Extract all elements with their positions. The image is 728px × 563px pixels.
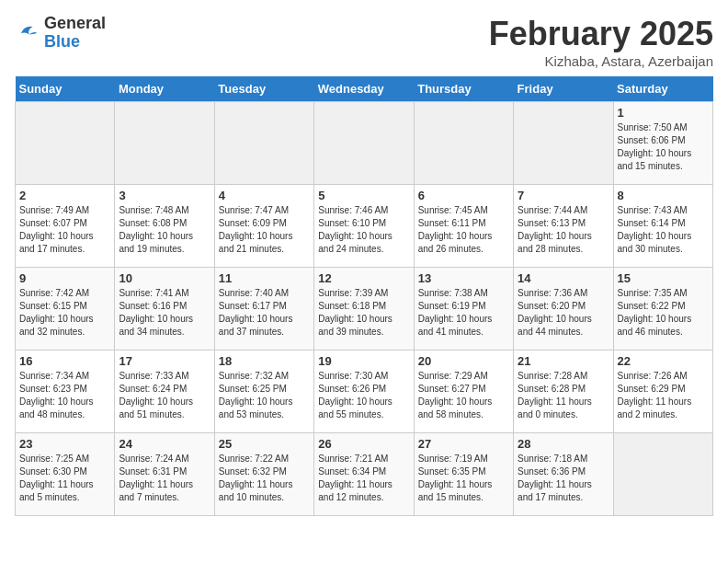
day-number: 3 (119, 189, 210, 202)
calendar-cell: 10Sunrise: 7:41 AM Sunset: 6:16 PM Dayli… (115, 268, 214, 350)
calendar-cell: 15Sunrise: 7:35 AM Sunset: 6:22 PM Dayli… (613, 268, 712, 350)
calendar-cell: 28Sunrise: 7:18 AM Sunset: 6:36 PM Dayli… (514, 433, 613, 516)
calendar-cell (214, 102, 313, 185)
day-number: 19 (318, 354, 409, 368)
day-info: Sunrise: 7:30 AM Sunset: 6:26 PM Dayligh… (318, 370, 409, 421)
title-section: February 2025 Kizhaba, Astara, Azerbaija… (489, 15, 713, 69)
day-info: Sunrise: 7:46 AM Sunset: 6:10 PM Dayligh… (318, 204, 409, 256)
month-title: February 2025 (489, 15, 713, 53)
day-info: Sunrise: 7:42 AM Sunset: 6:15 PM Dayligh… (19, 287, 110, 339)
calendar-cell (115, 102, 214, 185)
day-number: 6 (418, 189, 509, 202)
day-number: 20 (418, 354, 509, 368)
location-subtitle: Kizhaba, Astara, Azerbaijan (489, 53, 713, 69)
day-info: Sunrise: 7:48 AM Sunset: 6:08 PM Dayligh… (119, 204, 210, 256)
weekday-header-saturday: Saturday (613, 76, 712, 102)
calendar-cell: 9Sunrise: 7:42 AM Sunset: 6:15 PM Daylig… (16, 268, 115, 350)
logo-text: General Blue (44, 15, 106, 52)
calendar-cell (414, 102, 513, 185)
calendar-cell (613, 433, 712, 516)
day-info: Sunrise: 7:21 AM Sunset: 6:34 PM Dayligh… (318, 453, 409, 504)
calendar-cell: 4Sunrise: 7:47 AM Sunset: 6:09 PM Daylig… (214, 185, 313, 268)
logo: General Blue (15, 15, 106, 52)
calendar-cell: 18Sunrise: 7:32 AM Sunset: 6:25 PM Dayli… (214, 350, 313, 433)
calendar-week-row: 23Sunrise: 7:25 AM Sunset: 6:30 PM Dayli… (16, 433, 713, 516)
day-info: Sunrise: 7:38 AM Sunset: 6:19 PM Dayligh… (418, 287, 509, 339)
day-info: Sunrise: 7:44 AM Sunset: 6:13 PM Dayligh… (518, 204, 609, 256)
day-info: Sunrise: 7:39 AM Sunset: 6:18 PM Dayligh… (318, 287, 409, 339)
calendar-cell (314, 102, 414, 185)
calendar-week-row: 1Sunrise: 7:50 AM Sunset: 6:06 PM Daylig… (16, 102, 713, 185)
calendar-cell: 25Sunrise: 7:22 AM Sunset: 6:32 PM Dayli… (214, 433, 313, 516)
calendar-cell: 2Sunrise: 7:49 AM Sunset: 6:07 PM Daylig… (16, 185, 115, 268)
calendar-cell: 23Sunrise: 7:25 AM Sunset: 6:30 PM Dayli… (16, 433, 115, 516)
calendar-cell: 16Sunrise: 7:34 AM Sunset: 6:23 PM Dayli… (16, 350, 115, 433)
calendar-cell: 5Sunrise: 7:46 AM Sunset: 6:10 PM Daylig… (314, 185, 414, 268)
weekday-header-tuesday: Tuesday (214, 76, 313, 102)
calendar-cell: 27Sunrise: 7:19 AM Sunset: 6:35 PM Dayli… (414, 433, 513, 516)
day-number: 4 (219, 189, 310, 202)
day-info: Sunrise: 7:47 AM Sunset: 6:09 PM Dayligh… (219, 204, 310, 256)
day-number: 8 (618, 189, 709, 202)
day-number: 18 (219, 354, 310, 368)
day-number: 10 (119, 271, 210, 285)
calendar-table: SundayMondayTuesdayWednesdayThursdayFrid… (15, 76, 713, 516)
day-number: 27 (418, 437, 509, 451)
calendar-week-row: 9Sunrise: 7:42 AM Sunset: 6:15 PM Daylig… (16, 268, 713, 350)
logo-icon (15, 20, 40, 46)
day-info: Sunrise: 7:19 AM Sunset: 6:35 PM Dayligh… (418, 453, 509, 504)
day-number: 24 (119, 437, 210, 451)
day-number: 17 (119, 354, 210, 368)
day-info: Sunrise: 7:49 AM Sunset: 6:07 PM Dayligh… (19, 204, 110, 256)
calendar-week-row: 2Sunrise: 7:49 AM Sunset: 6:07 PM Daylig… (16, 185, 713, 268)
day-number: 12 (318, 271, 409, 285)
calendar-cell: 1Sunrise: 7:50 AM Sunset: 6:06 PM Daylig… (613, 102, 712, 185)
calendar-cell: 24Sunrise: 7:24 AM Sunset: 6:31 PM Dayli… (115, 433, 214, 516)
day-number: 1 (618, 106, 709, 120)
day-number: 9 (19, 271, 110, 285)
day-number: 26 (318, 437, 409, 451)
calendar-week-row: 16Sunrise: 7:34 AM Sunset: 6:23 PM Dayli… (16, 350, 713, 433)
calendar-cell: 20Sunrise: 7:29 AM Sunset: 6:27 PM Dayli… (414, 350, 513, 433)
day-number: 13 (418, 271, 509, 285)
weekday-header-thursday: Thursday (414, 76, 513, 102)
day-info: Sunrise: 7:28 AM Sunset: 6:28 PM Dayligh… (518, 370, 609, 421)
day-number: 15 (618, 271, 709, 285)
calendar-cell: 26Sunrise: 7:21 AM Sunset: 6:34 PM Dayli… (314, 433, 414, 516)
calendar-cell: 8Sunrise: 7:43 AM Sunset: 6:14 PM Daylig… (613, 185, 712, 268)
weekday-header-friday: Friday (514, 76, 613, 102)
day-info: Sunrise: 7:40 AM Sunset: 6:17 PM Dayligh… (219, 287, 310, 339)
day-number: 16 (19, 354, 110, 368)
day-number: 5 (318, 189, 409, 202)
day-number: 28 (518, 437, 609, 451)
day-number: 22 (618, 354, 709, 368)
day-info: Sunrise: 7:29 AM Sunset: 6:27 PM Dayligh… (418, 370, 509, 421)
calendar-cell: 13Sunrise: 7:38 AM Sunset: 6:19 PM Dayli… (414, 268, 513, 350)
day-info: Sunrise: 7:18 AM Sunset: 6:36 PM Dayligh… (518, 453, 609, 504)
day-info: Sunrise: 7:32 AM Sunset: 6:25 PM Dayligh… (219, 370, 310, 421)
day-info: Sunrise: 7:25 AM Sunset: 6:30 PM Dayligh… (19, 453, 110, 504)
calendar-cell: 3Sunrise: 7:48 AM Sunset: 6:08 PM Daylig… (115, 185, 214, 268)
calendar-cell: 6Sunrise: 7:45 AM Sunset: 6:11 PM Daylig… (414, 185, 513, 268)
day-info: Sunrise: 7:50 AM Sunset: 6:06 PM Dayligh… (618, 121, 709, 173)
weekday-header-monday: Monday (115, 76, 214, 102)
day-info: Sunrise: 7:41 AM Sunset: 6:16 PM Dayligh… (119, 287, 210, 339)
day-number: 14 (518, 271, 609, 285)
calendar-cell: 7Sunrise: 7:44 AM Sunset: 6:13 PM Daylig… (514, 185, 613, 268)
weekday-header-sunday: Sunday (16, 76, 115, 102)
calendar-cell: 11Sunrise: 7:40 AM Sunset: 6:17 PM Dayli… (214, 268, 313, 350)
calendar-header-row: SundayMondayTuesdayWednesdayThursdayFrid… (16, 76, 713, 102)
day-info: Sunrise: 7:43 AM Sunset: 6:14 PM Dayligh… (618, 204, 709, 256)
calendar-cell: 14Sunrise: 7:36 AM Sunset: 6:20 PM Dayli… (514, 268, 613, 350)
day-info: Sunrise: 7:22 AM Sunset: 6:32 PM Dayligh… (219, 453, 310, 504)
calendar-cell (514, 102, 613, 185)
day-info: Sunrise: 7:36 AM Sunset: 6:20 PM Dayligh… (518, 287, 609, 339)
day-info: Sunrise: 7:24 AM Sunset: 6:31 PM Dayligh… (119, 453, 210, 504)
calendar-cell: 17Sunrise: 7:33 AM Sunset: 6:24 PM Dayli… (115, 350, 214, 433)
day-number: 2 (19, 189, 110, 202)
calendar-cell: 22Sunrise: 7:26 AM Sunset: 6:29 PM Dayli… (613, 350, 712, 433)
calendar-cell: 19Sunrise: 7:30 AM Sunset: 6:26 PM Dayli… (314, 350, 414, 433)
day-info: Sunrise: 7:35 AM Sunset: 6:22 PM Dayligh… (618, 287, 709, 339)
logo-general: General (44, 15, 106, 33)
day-number: 23 (19, 437, 110, 451)
